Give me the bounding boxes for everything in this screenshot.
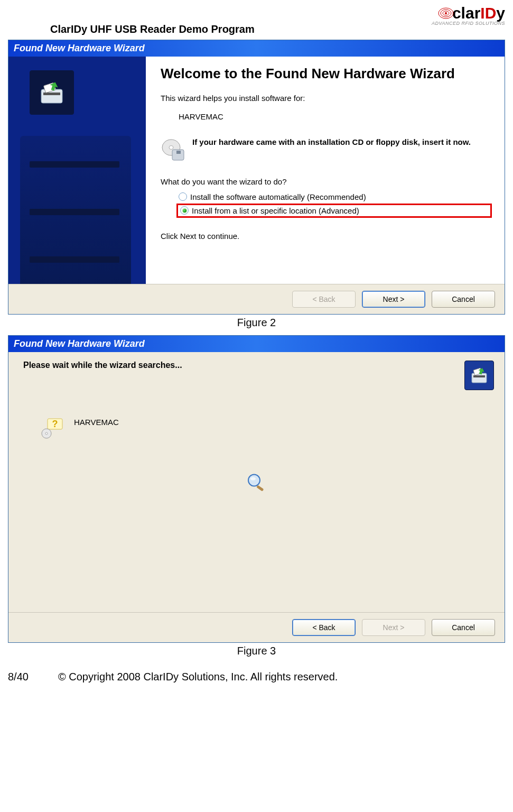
radio-label: Install the software automatically (Reco… [190,192,366,201]
wizard-1-window: Found New Hardware Wizard Welcome to the… [8,40,505,315]
svg-text:?: ? [52,419,58,429]
svg-point-3 [445,12,447,14]
wizard-1-titlebar: Found New Hardware Wizard [8,40,505,57]
radio-option-advanced[interactable]: Install from a list or specific location… [176,204,492,218]
svg-rect-10 [176,151,181,154]
svg-rect-11 [472,373,487,383]
page-number: 8/40 [8,671,29,683]
wizard-2-button-strip: < Back Next > Cancel [8,612,505,642]
next-button[interactable]: Next > [362,291,425,308]
wizard-1-click-next-text: Click Next to continue. [161,232,492,241]
company-logo: clarIDy ADVANCED RFID SOLUTIONS [425,5,505,26]
logo-text: clarIDy [452,5,505,21]
svg-point-17 [45,432,48,435]
page-header: ClarIDy UHF USB Reader Demo Program clar… [8,5,505,35]
svg-rect-19 [256,485,264,492]
wizard-1-help-text: This wizard helps you install software f… [161,94,492,103]
wizard-2-titlebar: Found New Hardware Wizard [8,336,505,352]
logo-tagline: ADVANCED RFID SOLUTIONS [425,21,505,26]
radio-label: Install from a list or specific location… [192,206,359,215]
copyright-text: © Copyright 2008 ClarIDy Solutions, Inc.… [58,671,338,683]
wizard-1-device-name: HARVEMAC [179,112,492,121]
cd-instruction-text: If your hardware came with an installati… [192,137,471,147]
figure-3-caption: Figure 3 [8,645,505,657]
next-button: Next > [362,619,425,636]
wizard-1-button-strip: < Back Next > Cancel [8,284,505,314]
hardware-install-icon [464,361,494,390]
wizard-2-heading: Please wait while the wizard searches... [23,361,182,370]
svg-point-20 [250,477,256,481]
document-title: ClarIDy UHF USB Reader Demo Program [50,23,255,35]
back-button[interactable]: < Back [292,619,356,636]
page-footer: 8/40 © Copyright 2008 ClarIDy Solutions,… [8,671,505,683]
svg-point-8 [169,145,173,149]
question-device-icon: ? [40,416,64,440]
cd-icon [161,137,185,163]
wizard-1-question: What do you want the wizard to do? [161,177,492,186]
magnifier-search-icon [246,473,267,496]
svg-rect-12 [473,375,485,377]
radio-icon [179,192,187,201]
wizard-1-side-graphic [8,57,146,284]
figure-2-caption: Figure 2 [8,317,505,329]
radio-option-auto[interactable]: Install the software automatically (Reco… [176,191,492,202]
svg-rect-4 [41,89,62,103]
svg-rect-5 [43,93,60,95]
svg-point-18 [248,475,260,486]
cancel-button[interactable]: Cancel [432,619,495,636]
back-button: < Back [292,291,356,308]
radio-icon [180,206,189,215]
hardware-install-icon [30,70,74,115]
wizard-2-device-name: HARVEMAC [74,418,119,427]
wizard-1-welcome-heading: Welcome to the Found New Hardware Wizard [161,66,492,82]
cancel-button[interactable]: Cancel [432,291,495,308]
logo-swirl-icon [425,7,454,20]
wizard-2-window: Found New Hardware Wizard Please wait wh… [8,335,505,643]
